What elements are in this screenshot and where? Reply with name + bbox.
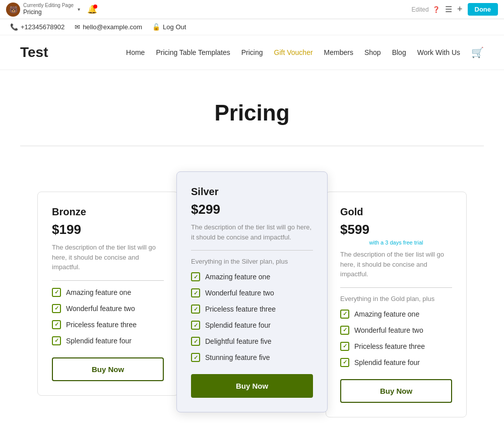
check-icon: ✓: [340, 358, 349, 367]
list-item: ✓ Wonderful feature two: [340, 326, 452, 335]
divider: [20, 146, 484, 146]
list-item: ✓ Delightful feature five: [191, 337, 313, 346]
page-title: Pricing: [10, 100, 494, 126]
check-icon: ✓: [52, 288, 61, 297]
gold-plan-price: $599: [340, 222, 452, 237]
silver-plan-name: Silver: [191, 186, 313, 198]
bronze-feature-2: Wonderful feature two: [66, 305, 135, 313]
admin-bar-currently-editing-label: Currently Editing Page: [23, 3, 74, 9]
bronze-feature-3: Priceless feature three: [66, 321, 137, 329]
gold-plan-subtitle: Everything in the Gold plan, plus: [340, 295, 452, 302]
gold-free-trial: with a 3 days free trial: [340, 239, 452, 246]
list-item: ✓ Wonderful feature two: [191, 288, 313, 297]
bronze-feature-4: Splendid feature four: [66, 337, 132, 345]
bronze-plan-price: $199: [52, 222, 164, 237]
check-icon: ✓: [191, 288, 200, 297]
list-item: ✓ Priceless feature three: [191, 305, 313, 314]
silver-feature-list: ✓ Amazing feature one ✓ Wonderful featur…: [191, 272, 313, 362]
phone-link[interactable]: 📞 +12345678902: [10, 23, 65, 31]
check-icon: ✓: [340, 326, 349, 335]
help-icon[interactable]: ❓: [432, 6, 440, 13]
admin-bar-page-name: Pricing: [23, 9, 74, 16]
chevron-down-icon[interactable]: ▾: [78, 7, 80, 12]
add-icon[interactable]: +: [457, 4, 463, 15]
notification-bell-icon[interactable]: 🔔: [87, 5, 97, 14]
gold-feature-4: Splendid feature four: [354, 358, 420, 367]
silver-feature-5: Delightful feature five: [205, 337, 272, 345]
silver-feature-2: Wonderful feature two: [205, 289, 274, 297]
admin-bar-left: 🐻 Currently Editing Page Pricing ▾ 🔔: [6, 3, 97, 17]
list-item: ✓ Stunning feature five: [191, 353, 313, 362]
list-item: ✓ Splendid feature four: [340, 358, 452, 367]
silver-divider: [191, 250, 313, 251]
nav-members[interactable]: Members: [324, 48, 353, 56]
phone-number: +12345678902: [21, 23, 65, 31]
gold-divider: [340, 287, 452, 288]
list-item: ✓ Splendid feature four: [191, 321, 313, 330]
list-item: ✓ Wonderful feature two: [52, 304, 164, 313]
check-icon: ✓: [340, 310, 349, 319]
admin-bar-page-info: Currently Editing Page Pricing: [23, 3, 74, 16]
nav-pricing[interactable]: Pricing: [241, 48, 263, 56]
nav-gift-voucher[interactable]: Gift Voucher: [274, 48, 313, 56]
bronze-plan-name: Bronze: [52, 206, 164, 218]
list-item: ✓ Amazing feature one: [340, 310, 452, 319]
gold-plan-name: Gold: [340, 206, 452, 218]
nav-shop[interactable]: Shop: [364, 48, 381, 56]
nav-pricing-table-templates[interactable]: Pricing Table Templates: [156, 48, 230, 56]
bronze-plan-card: Bronze $199 The description of the tier …: [37, 192, 178, 396]
site-header: Test Home Pricing Table Templates Pricin…: [0, 35, 504, 70]
page-title-section: Pricing: [0, 70, 504, 141]
gold-plan-description: The description of the tier list will go…: [340, 250, 452, 279]
logout-icon: 🔓: [152, 23, 160, 31]
check-icon: ✓: [191, 272, 200, 281]
silver-feature-4: Splendid feature four: [205, 321, 271, 329]
email-address: hello@example.com: [83, 23, 142, 31]
list-icon[interactable]: ☰: [445, 5, 452, 14]
cart-icon[interactable]: 🛒: [471, 46, 484, 58]
silver-feature-3: Priceless feature three: [205, 305, 276, 313]
silver-buy-button[interactable]: Buy Now: [191, 374, 313, 398]
logout-label: Log Out: [163, 23, 186, 31]
admin-bar-logo: 🐻: [6, 3, 20, 17]
bronze-plan-description: The description of the tier list will go…: [52, 242, 164, 272]
contact-bar: 📞 +12345678902 ✉ hello@example.com 🔓 Log…: [0, 19, 504, 35]
notification-dot: [93, 5, 97, 9]
check-icon: ✓: [52, 320, 61, 329]
bronze-divider: [52, 280, 164, 281]
gold-feature-2: Wonderful feature two: [354, 326, 423, 334]
check-icon: ✓: [191, 337, 200, 346]
pricing-section: Bronze $199 The description of the tier …: [0, 161, 504, 425]
check-icon: ✓: [52, 336, 61, 345]
gold-buy-button[interactable]: Buy Now: [340, 379, 452, 403]
gold-feature-list: ✓ Amazing feature one ✓ Wonderful featur…: [340, 310, 452, 367]
check-icon: ✓: [191, 305, 200, 314]
admin-bar-right: Edited ❓ ☰ + Done: [410, 3, 498, 16]
list-item: ✓ Amazing feature one: [191, 272, 313, 281]
email-icon: ✉: [75, 23, 80, 31]
silver-feature-6: Stunning feature five: [205, 353, 270, 361]
silver-plan-subtitle: Everything in the Silver plan, plus: [191, 258, 313, 265]
nav-home[interactable]: Home: [126, 48, 145, 56]
site-logo: Test: [20, 44, 48, 60]
list-item: ✓ Priceless feature three: [52, 320, 164, 329]
silver-feature-1: Amazing feature one: [205, 273, 270, 281]
admin-bar: 🐻 Currently Editing Page Pricing ▾ 🔔 Edi…: [0, 0, 504, 19]
done-button[interactable]: Done: [468, 3, 498, 16]
gold-plan-card: Gold $599 with a 3 days free trial The d…: [326, 192, 467, 417]
edited-label: Edited ❓: [410, 6, 440, 13]
silver-plan-description: The description of the tier list will go…: [191, 222, 313, 242]
gold-feature-1: Amazing feature one: [354, 310, 419, 318]
bronze-feature-1: Amazing feature one: [66, 288, 131, 296]
silver-plan-price: $299: [191, 202, 313, 217]
check-icon: ✓: [191, 321, 200, 330]
bronze-feature-list: ✓ Amazing feature one ✓ Wonderful featur…: [52, 288, 164, 345]
silver-plan-card: Silver $299 The description of the tier …: [176, 171, 328, 412]
nav-blog[interactable]: Blog: [392, 48, 406, 56]
list-item: ✓ Priceless feature three: [340, 342, 452, 351]
logout-link[interactable]: 🔓 Log Out: [152, 23, 186, 31]
nav-work-with-us[interactable]: Work With Us: [417, 48, 460, 56]
email-link[interactable]: ✉ hello@example.com: [75, 23, 142, 31]
bronze-buy-button[interactable]: Buy Now: [52, 357, 164, 381]
site-nav: Home Pricing Table Templates Pricing Gif…: [126, 46, 484, 58]
